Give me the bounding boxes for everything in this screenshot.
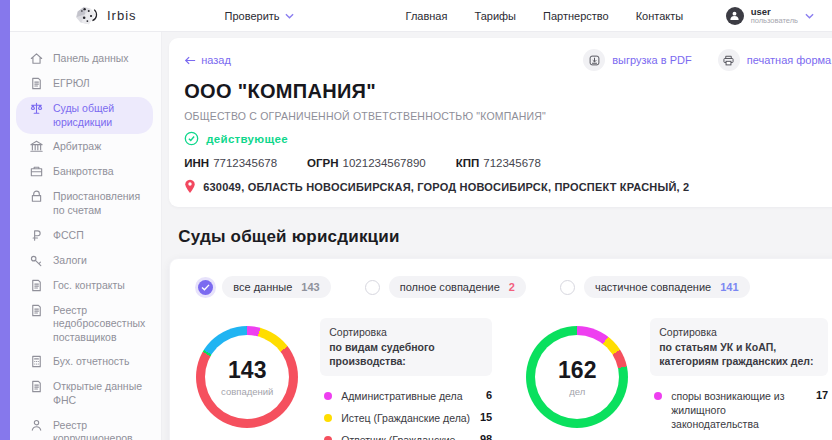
sidebar-item-label: Гос. контракты: [53, 279, 125, 293]
nav-item-0[interactable]: Главная: [406, 10, 448, 22]
sidebar-item-5[interactable]: Приостановления по счетам: [16, 185, 153, 222]
sidebar-item-2[interactable]: Суды общей юрисдикции: [16, 97, 153, 134]
filter-radio-0[interactable]: все данные143: [198, 276, 330, 298]
sidebar-item-11[interactable]: Открытые данные ФНС: [16, 375, 153, 412]
sidebar-item-4[interactable]: Банкротства: [16, 160, 153, 184]
user-role: пользователь: [751, 17, 798, 25]
sidebar-item-label: Панель данных: [53, 52, 129, 66]
nav-item-3[interactable]: Контакты: [636, 10, 684, 22]
sidebar-item-0[interactable]: Панель данных: [16, 47, 153, 71]
inn-label: ИНН: [184, 157, 209, 169]
irbis-logo-icon: [72, 5, 100, 27]
print-form-label: печатная форма: [747, 54, 832, 66]
back-label: назад: [201, 54, 231, 66]
chart-legend: Сортировкапо статьям УК и КоАП, категори…: [650, 318, 828, 440]
legend-item-label: Административные дела: [341, 389, 477, 403]
sidebar-item-8[interactable]: Гос. контракты: [16, 274, 153, 298]
location-pin-icon: [184, 179, 196, 194]
radio-selected-icon[interactable]: [198, 280, 213, 295]
sidebar-item-7[interactable]: Залоги: [16, 249, 153, 273]
print-form-button[interactable]: печатная форма: [718, 49, 832, 71]
avatar: [726, 7, 744, 25]
header: Irbis Проверить ГлавнаяТарифыПартнерство…: [0, 0, 832, 32]
sidebar-item-label: Реестр коррупционеров: [53, 419, 145, 440]
sidebar: Панель данныхЕГРЮЛСуды общей юрисдикцииА…: [10, 32, 162, 440]
filter-label: частичное совпадение: [595, 281, 711, 293]
legend-item-label: Ответчик (Гражданские дела): [341, 433, 471, 440]
chevron-down-icon: [285, 13, 294, 19]
courts-card: все данные143полное совпадение2частичное…: [169, 258, 832, 440]
filter-radio-2[interactable]: частичное совпадение141: [560, 276, 750, 298]
kpp-label: КПП: [456, 157, 480, 169]
legend-dot-icon: [324, 392, 332, 400]
donut-chart: 143совпадений: [196, 326, 298, 428]
sidebar-item-label: Арбитраж: [53, 140, 101, 154]
sidebar-item-label: Залоги: [53, 254, 87, 268]
accent-strip: [0, 0, 10, 440]
sidebar-item-label: Реестр недобросовестных поставщиков: [53, 304, 145, 345]
sidebar-item-9[interactable]: Реестр недобросовестных поставщиков: [16, 299, 153, 350]
document-icon: [29, 278, 44, 293]
lock-icon: [29, 189, 44, 204]
sidebar-item-label: ЕГРЮЛ: [53, 77, 90, 91]
document-icon: [29, 76, 44, 91]
ogrn-value: 1021234567890: [343, 157, 426, 169]
report-icon: [29, 354, 44, 369]
radio-icon[interactable]: [365, 280, 380, 295]
brand-name: Irbis: [107, 8, 137, 23]
chevron-down-icon: [805, 13, 814, 19]
sidebar-item-label: ФССП: [53, 229, 84, 243]
brand[interactable]: Irbis: [72, 5, 137, 27]
donut-chart: 162дел: [526, 326, 628, 428]
sidebar-item-6[interactable]: ФССП: [16, 224, 153, 248]
legend-item: споры возникающие из жилищного законодат…: [650, 385, 828, 436]
ruble-icon: [29, 228, 44, 243]
company-ids: ИНН7712345678 ОГРН1021234567890 КПП71234…: [184, 157, 831, 169]
company-address: 630049, ОБЛАСТЬ НОВОСИБИРСКАЯ, ГОРОД НОВ…: [203, 181, 689, 193]
nav-item-2[interactable]: Партнерство: [543, 10, 609, 22]
legend-dot-icon: [654, 392, 662, 400]
document-icon: [29, 379, 44, 394]
sidebar-item-12[interactable]: Реестр коррупционеров: [16, 414, 153, 440]
export-pdf-button[interactable]: выгрузка в PDF: [583, 49, 691, 71]
export-pdf-label: выгрузка в PDF: [612, 54, 691, 66]
nav-item-1[interactable]: Тарифы: [474, 10, 516, 22]
legend-item: Административные дела6: [320, 385, 492, 407]
main-content: назад выгрузка в PDF печатная форма: [162, 32, 832, 440]
company-card: назад выгрузка в PDF печатная форма: [169, 38, 832, 207]
sidebar-item-10[interactable]: Бух. отчетность: [16, 350, 153, 374]
back-link[interactable]: назад: [184, 54, 231, 66]
printer-icon: [718, 49, 740, 71]
sidebar-item-label: Приостановления по счетам: [53, 190, 145, 217]
legend-item-value: 6: [486, 389, 492, 401]
inn-value: 7712345678: [213, 157, 277, 169]
ogrn-label: ОГРН: [307, 157, 338, 169]
chart-block-1: 162делСортировкапо статьям УК и КоАП, ка…: [526, 318, 828, 440]
person-icon: [29, 418, 44, 433]
filter-radio-1[interactable]: полное совпадение2: [365, 276, 526, 298]
donut-label: дел: [569, 386, 585, 397]
legend-item-label: споры возникающие из жилищного законодат…: [671, 389, 807, 432]
key-icon: [29, 253, 44, 268]
filters-row: все данные143полное совпадение2частичное…: [188, 272, 828, 300]
chart-block-0: 143совпаденийСортировкапо видам судебног…: [196, 318, 492, 440]
document-icon: [29, 303, 44, 318]
check-dropdown-label: Проверить: [225, 10, 280, 22]
legend-title: Сортировкапо статьям УК и КоАП, категори…: [650, 318, 828, 376]
legend-dot-icon: [324, 436, 332, 440]
legend-dot-icon: [324, 414, 332, 422]
user-menu[interactable]: user пользователь: [726, 7, 814, 25]
sidebar-item-1[interactable]: ЕГРЮЛ: [16, 72, 153, 96]
donut-value: 143: [228, 357, 266, 384]
legend-item-label: Истец (Гражданские дела): [341, 411, 471, 425]
legend-item-value: 17: [816, 389, 828, 401]
radio-icon[interactable]: [560, 280, 575, 295]
sidebar-item-label: Суды общей юрисдикции: [53, 102, 145, 129]
check-dropdown[interactable]: Проверить: [225, 10, 294, 22]
donut-value: 162: [558, 357, 596, 384]
scales-icon: [29, 101, 44, 116]
filter-count: 143: [301, 281, 319, 293]
sidebar-item-3[interactable]: Арбитраж: [16, 135, 153, 159]
charts-row: 143совпаденийСортировкапо видам судебног…: [188, 318, 828, 440]
bank-icon: [29, 139, 44, 154]
